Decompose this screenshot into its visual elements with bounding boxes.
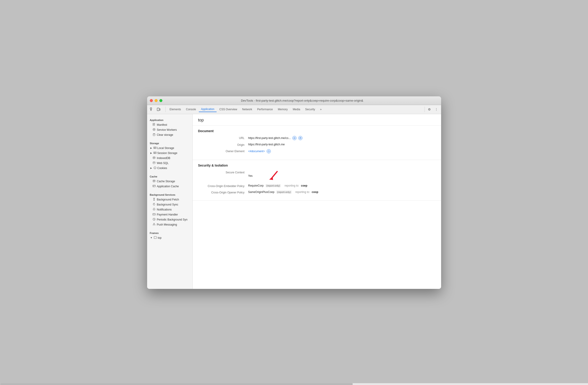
- titlebar: DevTools - first-party-test.glitch.me/co…: [147, 96, 441, 105]
- cookies-icon: [153, 166, 156, 170]
- owner-element-label: Owner Element: [198, 149, 248, 153]
- background-sync-icon: [153, 203, 156, 206]
- close-button[interactable]: [150, 99, 153, 102]
- sidebar-item-background-fetch[interactable]: Background Fetch: [147, 197, 192, 202]
- periodic-bg-sync-label: Periodic Background Syn: [157, 218, 188, 221]
- url-navigate-icon[interactable]: [298, 136, 302, 140]
- owner-element-link[interactable]: <#document>: [248, 150, 265, 153]
- origin-field-row: Origin https://first-party-test.glitch.m…: [198, 143, 436, 147]
- session-storage-label: Session Storage: [157, 151, 177, 155]
- svg-rect-17: [154, 152, 156, 153]
- manifest-icon: [153, 123, 156, 127]
- sidebar-item-session-storage[interactable]: ▶ Session Storage: [147, 150, 192, 156]
- document-section-title: Document: [198, 129, 436, 133]
- toolbar-divider-right: [424, 107, 425, 112]
- security-section-title: Security & Isolation: [198, 164, 436, 167]
- svg-point-25: [155, 168, 156, 168]
- svg-point-46: [269, 150, 269, 151]
- url-link-icon[interactable]: [293, 136, 296, 140]
- sidebar-item-web-sql[interactable]: Web SQL: [147, 161, 192, 166]
- sidebar-item-push-messaging[interactable]: Push Messaging: [147, 222, 192, 227]
- secure-context-label: Secure Context: [198, 171, 248, 174]
- svg-point-21: [153, 157, 155, 157]
- manifest-label: Manifest: [157, 123, 167, 127]
- payment-handler-icon: [153, 213, 156, 216]
- coop-policy-name: SameOriginPlusCoep: [248, 191, 274, 194]
- url-label: URL: [198, 136, 248, 140]
- sidebar-item-application-cache[interactable]: Application Cache: [147, 184, 192, 189]
- sidebar-item-service-workers[interactable]: Service Workers: [147, 127, 192, 132]
- more-options-icon[interactable]: ⋮: [433, 107, 439, 112]
- sidebar-item-cookies[interactable]: ▶ Cookies: [147, 166, 192, 171]
- service-workers-label: Service Workers: [157, 128, 177, 131]
- local-storage-label: Local Storage: [157, 147, 174, 150]
- push-messaging-icon: [153, 223, 156, 226]
- svg-point-27: [153, 180, 155, 181]
- sidebar-item-clear-storage[interactable]: Clear storage: [147, 132, 192, 137]
- top-frame-arrow: ▼: [150, 236, 153, 239]
- tab-performance[interactable]: Performance: [255, 107, 275, 112]
- coep-report-mode: (report-only): [266, 184, 281, 187]
- tab-security[interactable]: Security: [303, 107, 317, 112]
- background-fetch-label: Background Fetch: [157, 198, 179, 201]
- svg-rect-0: [150, 108, 152, 109]
- content-area: top Document URL https://first-party-tes…: [193, 114, 441, 289]
- coep-value: RequireCorp (report-only) reporting to: …: [248, 184, 307, 187]
- inspect-icon[interactable]: [149, 107, 155, 112]
- payment-handler-label: Payment Handler: [157, 213, 178, 216]
- tab-more[interactable]: »: [318, 107, 324, 112]
- clear-storage-icon: [153, 133, 156, 137]
- svg-marker-48: [269, 177, 273, 180]
- settings-icon[interactable]: ⚙: [426, 107, 432, 112]
- tab-console[interactable]: Console: [184, 107, 198, 112]
- notifications-icon: [153, 208, 156, 212]
- tab-elements[interactable]: Elements: [167, 107, 183, 112]
- sidebar-section-background-services: Background Services: [147, 191, 192, 197]
- tab-memory[interactable]: Memory: [275, 107, 290, 112]
- sidebar: Application Manifest Service Workers Cle…: [147, 114, 193, 289]
- sidebar-item-local-storage[interactable]: ▶ Local Storage: [147, 146, 192, 150]
- periodic-background-sync-icon: [153, 218, 156, 221]
- sidebar-item-payment-handler[interactable]: Payment Handler: [147, 212, 192, 217]
- coep-policy-name: RequireCorp: [248, 184, 264, 187]
- sidebar-item-manifest[interactable]: Manifest: [147, 122, 192, 127]
- svg-rect-28: [153, 185, 155, 187]
- sidebar-item-cache-storage[interactable]: Cache Storage: [147, 179, 192, 184]
- maximize-button[interactable]: [159, 99, 162, 102]
- coop-report-mode: (report-only): [276, 191, 292, 194]
- sidebar-item-top-frame[interactable]: ▼ top: [147, 235, 192, 240]
- local-storage-icon: [153, 146, 156, 150]
- minimize-button[interactable]: [155, 99, 158, 102]
- coep-field-row: Cross-Origin Embedder Policy RequireCorp…: [198, 184, 436, 188]
- url-value: https://first-party-test.glitch.me/co...: [248, 136, 303, 140]
- indexeddb-label: IndexedDB: [157, 156, 170, 160]
- tab-css-overview[interactable]: CSS Overview: [217, 107, 239, 112]
- coep-reporting-value: coep: [301, 184, 307, 187]
- secure-context-value: Yes: [248, 171, 280, 181]
- indexeddb-icon: [153, 156, 156, 160]
- secure-context-text: Yes: [248, 174, 253, 177]
- sidebar-item-notifications[interactable]: Notifications: [147, 207, 192, 212]
- background-fetch-icon: [153, 198, 156, 201]
- clear-storage-label: Clear storage: [157, 133, 173, 136]
- sidebar-item-periodic-background-sync[interactable]: Periodic Background Syn: [147, 217, 192, 222]
- sidebar-item-indexeddb[interactable]: IndexedDB: [147, 156, 192, 161]
- tab-media[interactable]: Media: [290, 107, 302, 112]
- cookies-label: Cookies: [157, 167, 167, 170]
- sidebar-item-background-sync[interactable]: Background Sync: [147, 202, 192, 207]
- tab-network[interactable]: Network: [240, 107, 254, 112]
- owner-element-info-icon[interactable]: [267, 149, 271, 153]
- toolbar-divider: [165, 107, 166, 112]
- tab-application[interactable]: Application: [199, 107, 217, 112]
- svg-rect-3: [157, 108, 159, 111]
- cache-storage-icon: [153, 179, 156, 183]
- red-arrow-annotation: [268, 171, 279, 181]
- cache-storage-label: Cache Storage: [157, 180, 175, 183]
- sidebar-section-cache: Cache: [147, 172, 192, 179]
- owner-element-value: <#document>: [248, 149, 271, 153]
- svg-rect-4: [159, 109, 160, 110]
- coop-reporting-label: reporting to:: [295, 191, 310, 194]
- top-frame-icon: [154, 236, 157, 240]
- device-icon[interactable]: [156, 107, 162, 112]
- web-sql-icon: [153, 161, 156, 165]
